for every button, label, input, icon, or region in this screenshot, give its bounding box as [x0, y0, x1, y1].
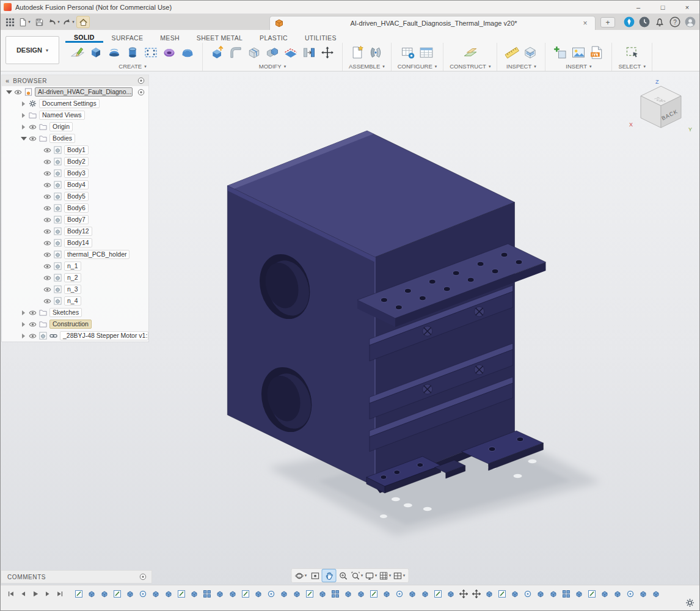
new-component-button[interactable] — [349, 44, 366, 61]
ribbon-tab-mesh[interactable]: MESH — [151, 32, 188, 43]
visibility-eye-icon[interactable] — [43, 240, 52, 246]
timeline-feature-sketch-icon[interactable] — [498, 590, 506, 598]
browser-item-label[interactable]: Bodies — [49, 134, 75, 143]
browser-item-label[interactable]: Body7 — [64, 215, 89, 224]
move-copy-button[interactable] — [319, 44, 336, 61]
insert-derive-button[interactable] — [552, 44, 569, 61]
viewports-button[interactable]: ▾ — [393, 569, 406, 582]
toolbar-group-label[interactable]: CONSTRUCT▾ — [450, 63, 490, 70]
browser-item-label[interactable]: Body1 — [64, 145, 89, 155]
3d-canvas[interactable]: TOP BACK Z X Y « BROWSER AI-driven_HVAC_… — [1, 71, 699, 586]
browser-item-label[interactable]: Sketches — [49, 308, 82, 317]
orbit-button[interactable]: ▾ — [294, 569, 308, 582]
toolbar-group-label[interactable]: SELECT▾ — [618, 63, 645, 70]
visibility-eye-icon[interactable] — [29, 333, 37, 339]
browser-row-body5[interactable]: Body5 — [2, 191, 148, 202]
timeline-feature-pattern-icon[interactable] — [562, 590, 571, 598]
browser-row-bodies[interactable]: Bodies — [2, 133, 148, 144]
timeline-feature-extrude-icon[interactable] — [164, 590, 173, 598]
toolbar-group-label[interactable]: INSERT▾ — [566, 63, 591, 70]
expander-icon[interactable] — [20, 123, 27, 130]
timeline-feature-sketch-icon[interactable] — [370, 590, 378, 598]
sweep-button[interactable] — [124, 44, 141, 61]
undo-button[interactable]: ▾ — [47, 16, 60, 28]
timeline-feature-extrude-icon[interactable] — [254, 590, 263, 598]
help-icon[interactable]: ? — [669, 16, 680, 27]
visibility-eye-icon[interactable] — [29, 321, 37, 327]
timeline-feature-move-icon[interactable] — [459, 590, 468, 598]
workspace-selector-button[interactable]: DESIGN ▾ — [5, 36, 59, 64]
timeline-feature-extrude-icon[interactable] — [549, 590, 558, 598]
browser-row-body7[interactable]: Body7 — [2, 214, 148, 225]
timeline-play-button[interactable] — [30, 589, 40, 599]
look-at-button[interactable] — [308, 569, 322, 582]
expander-icon[interactable] — [5, 89, 12, 95]
browser-row-body12[interactable]: Body12 — [2, 225, 148, 237]
form-button[interactable] — [179, 44, 196, 61]
timeline-feature-hole-icon[interactable] — [395, 590, 404, 598]
browser-row-body14[interactable]: Body14 — [2, 237, 148, 249]
ribbon-tab-utilities[interactable]: UTILITIES — [296, 32, 345, 43]
fillet-button[interactable] — [227, 44, 244, 61]
split-body-button[interactable] — [282, 44, 299, 61]
toolbar-group-label[interactable]: INSPECT▾ — [506, 63, 536, 70]
configuration-table-button[interactable] — [418, 44, 435, 61]
browser-row-document-settings[interactable]: Document Settings — [2, 98, 148, 109]
toolbar-group-label[interactable]: CREATE▾ — [118, 63, 146, 70]
browser-row-origin[interactable]: Origin — [2, 121, 148, 133]
coil-button[interactable] — [161, 44, 178, 61]
timeline-feature-sketch-icon[interactable] — [113, 590, 122, 598]
timeline-feature-hole-icon[interactable] — [626, 590, 635, 598]
timeline-feature-extrude-icon[interactable] — [408, 590, 417, 598]
comments-bar[interactable]: COMMENTS — [1, 570, 152, 584]
timeline-feature-extrude-icon[interactable] — [126, 590, 134, 598]
browser-item-label[interactable]: AI-driven_HVAC_Fault_Diagno... — [35, 87, 133, 97]
timeline-feature-extrude-icon[interactable] — [382, 590, 391, 598]
expander-icon[interactable] — [20, 321, 27, 327]
measure-button[interactable] — [503, 44, 520, 61]
visibility-eye-icon[interactable] — [43, 275, 52, 281]
timeline-feature-sketch-icon[interactable] — [241, 590, 250, 598]
timeline-feature-extrude-icon[interactable] — [87, 590, 96, 598]
offset-plane-button[interactable] — [462, 44, 479, 61]
timeline-feature-pattern-icon[interactable] — [331, 590, 340, 598]
browser-item-label[interactable]: Body4 — [64, 180, 89, 189]
profile-icon[interactable] — [685, 16, 696, 27]
extrude-button[interactable] — [87, 44, 104, 61]
revolve-button[interactable] — [106, 44, 123, 61]
timeline-feature-sketch-icon[interactable] — [177, 590, 186, 598]
visibility-eye-icon[interactable] — [43, 170, 52, 177]
home-button[interactable] — [76, 16, 90, 28]
timeline-feature-sketch-icon[interactable] — [588, 590, 596, 598]
timeline-feature-extrude-icon[interactable] — [421, 590, 429, 598]
app-grid-button[interactable] — [3, 16, 16, 28]
visibility-eye-icon[interactable] — [43, 205, 52, 211]
browser-item-label[interactable]: Named Views — [39, 111, 85, 120]
timeline-feature-extrude-icon[interactable] — [344, 590, 352, 598]
timeline-feature-sketch-icon[interactable] — [75, 590, 83, 598]
visibility-eye-icon[interactable] — [29, 310, 37, 316]
select-window-button[interactable] — [624, 44, 641, 61]
browser-item-label[interactable]: Body12 — [64, 227, 92, 236]
browser-item-label[interactable]: n_1 — [64, 262, 81, 271]
visibility-eye-icon[interactable] — [43, 194, 52, 200]
press-pull-button[interactable] — [209, 44, 226, 61]
timeline-feature-hole-icon[interactable] — [267, 590, 275, 598]
timeline-go-to-start-button[interactable] — [5, 589, 16, 599]
collapse-panel-icon[interactable]: « — [5, 77, 9, 84]
timeline-feature-extrude-icon[interactable] — [485, 590, 494, 598]
visibility-eye-icon[interactable] — [43, 217, 52, 223]
toolbar-group-label[interactable]: CONFIGURE▾ — [398, 63, 437, 70]
timeline-feature-sketch-icon[interactable] — [434, 590, 442, 598]
insert-svg-button[interactable] — [588, 44, 605, 61]
visibility-eye-icon[interactable] — [43, 252, 52, 258]
ribbon-tab-plastic[interactable]: PLASTIC — [251, 32, 296, 43]
timeline-feature-extrude-icon[interactable] — [318, 590, 327, 598]
visibility-eye-icon[interactable] — [29, 136, 37, 142]
grid-and-snaps-button[interactable]: ▾ — [379, 569, 392, 582]
joint-button[interactable] — [367, 44, 384, 61]
expander-icon[interactable] — [20, 309, 27, 316]
save-button[interactable] — [32, 16, 46, 28]
browser-item-label[interactable]: n_2 — [64, 273, 81, 282]
zoom-button[interactable] — [337, 569, 350, 582]
